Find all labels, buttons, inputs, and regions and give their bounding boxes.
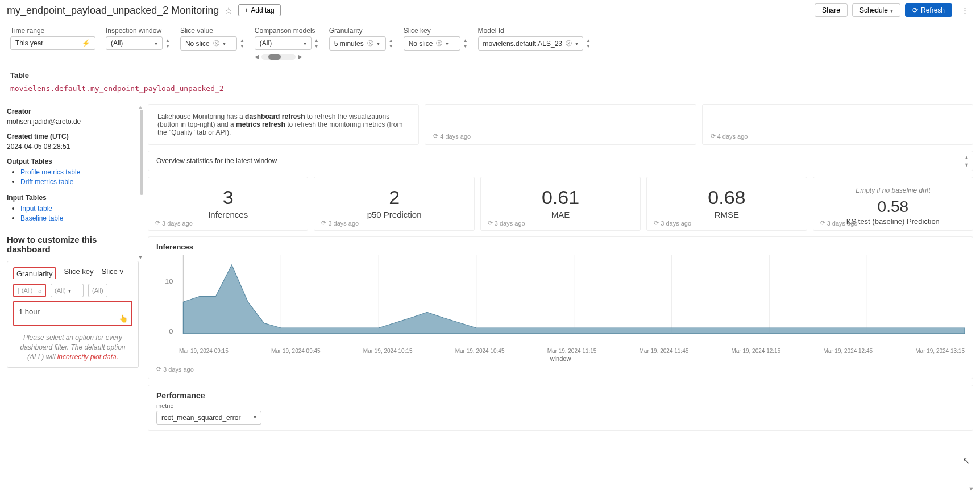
drift-metrics-link[interactable]: Drift metrics table [20,178,73,186]
model-id-value: movielens.default.ALS_23 [483,40,562,48]
x-axis-title: window [156,355,965,362]
stepper[interactable]: ▲▼ [586,38,591,49]
stepper[interactable]: ▲▼ [463,38,468,49]
refresh-icon: ⟳ [912,6,918,14]
content: Lakehouse Monitoring has a dashboard ref… [148,104,973,431]
strip-arrows[interactable]: ▲▼ [964,155,969,168]
profile-metrics-link[interactable]: Profile metrics table [20,168,80,176]
clear-icon[interactable]: ⓧ [436,39,442,48]
x-tick: Mar 19, 2024 09:15 [179,348,229,354]
y-tick-0: 0 [169,327,173,335]
note-text: Please select an option for every dashbo… [20,334,125,351]
scrub-right-icon[interactable]: ▶ [298,53,302,60]
stepper[interactable]: ▲▼ [240,38,244,49]
x-labels: Mar 19, 2024 09:15 Mar 19, 2024 09:45 Ma… [156,348,965,354]
stat-value: 0.68 [655,186,798,209]
filter-slice-key: Slice key No slice ⓧ ▾ ▲▼ [404,27,468,60]
slice-key-dd[interactable]: (All) ▾ [51,284,84,297]
add-tag-button[interactable]: + Add tag [238,4,280,16]
plus-icon: + [244,6,248,14]
filter-preview-card: Granularity Slice key Slice v |(All) ⌕ (… [7,261,139,368]
dd-option-1hour[interactable]: 1 hour 👆 [13,301,132,326]
input-tables-list: Input table Baseline table [7,204,139,222]
chevron-down-icon: ▾ [68,288,71,294]
top-actions: Share Schedule ▾ ⟳ Refresh ⋮ [815,3,973,17]
star-icon[interactable]: ☆ [225,5,232,16]
model-id-input[interactable]: movielens.default.ALS_23 ⓧ ▾ [478,36,583,51]
schedule-button[interactable]: Schedule ▾ [852,3,900,17]
creator-label: Creator [7,107,139,115]
info-b1: dashboard refresh [245,113,305,120]
stat-ts: 3 days ago [328,220,359,227]
chart-ts: 3 days ago [163,366,194,373]
baseline-table-link[interactable]: Baseline table [20,214,63,222]
stat-ts: 3 days ago [827,220,858,227]
granularity-input[interactable]: 5 minutes ⓧ ▾ [329,36,386,51]
stepper[interactable]: ▲▼ [314,38,319,49]
slice-v-dd[interactable]: (All) [88,284,107,297]
filter-time-range: Time range This year ⚡ [10,27,95,60]
chevron-down-icon: ▾ [890,7,893,14]
x-tick: Mar 19, 2024 11:15 [547,348,597,354]
filter-model-id: Model Id movielens.default.ALS_23 ⓧ ▾ ▲▼ [478,27,591,60]
time-range-input[interactable]: This year ⚡ [10,36,95,50]
pointer-cursor-icon: 👆 [119,314,128,323]
kebab-menu-icon[interactable]: ⋮ [957,4,973,17]
scrub-track[interactable] [261,54,296,60]
input-table-link[interactable]: Input table [20,205,52,213]
x-tick: Mar 19, 2024 10:15 [363,348,413,354]
comparison-models-input[interactable]: (All) ▾ [255,36,312,50]
stat-value: 0.61 [489,186,632,209]
clock-icon: ⟳ [155,219,160,227]
clear-icon[interactable]: ⓧ [213,39,219,48]
chart-area: 10 0 [156,255,965,346]
filter-slice-value: Slice value No slice ⓧ ▾ ▲▼ [180,27,244,60]
filter-label: Slice value [180,27,244,35]
chevron-down-icon: ▾ [575,40,578,47]
scrub-bar[interactable]: ◀ ▶ [255,53,319,60]
slice-value-input[interactable]: No slice ⓧ ▾ [180,36,237,51]
y-tick-10: 10 [165,278,173,285]
stat-note: Empty if no baseline drift [821,186,965,194]
table-section: Table movielens.default.my_endpoint_payl… [0,65,980,104]
area-chart-svg: 10 0 [156,255,965,346]
scrub-thumb[interactable] [268,54,281,60]
refresh-button[interactable]: ⟳ Refresh [905,3,952,17]
x-tick: Mar 19, 2024 12:15 [731,348,780,354]
scrub-left-icon[interactable]: ◀ [255,53,259,60]
filter-tabs: Granularity Slice key Slice v [13,267,132,279]
metric-label: metric [156,402,965,409]
clear-icon[interactable]: ⓧ [367,39,373,48]
note-error: incorrectly plot data. [57,353,118,361]
scrollbar-thumb[interactable] [140,110,143,195]
info-row: Lakehouse Monitoring has a dashboard ref… [148,104,973,145]
filter-label: Model Id [478,27,591,35]
stat-ts: 3 days ago [661,220,691,227]
dd-placeholder: (All) [22,287,33,294]
stat-label: RMSE [655,210,798,219]
customize-heading: How to customize this dashboard [7,235,139,254]
stepper[interactable]: ▲▼ [389,38,393,49]
x-tick: Mar 19, 2024 10:45 [455,348,505,354]
dd-placeholder: (All) [92,287,103,294]
tab-granularity[interactable]: Granularity [13,267,56,279]
slice-key-input[interactable]: No slice ⓧ ▾ [404,36,460,51]
expand-down-icon[interactable]: ▼ [138,254,143,260]
tab-slice-key[interactable]: Slice key [64,267,94,279]
share-button[interactable]: Share [815,3,848,17]
filter-inspection-window: Inspection window (All) ▾ ▲▼ [106,27,170,60]
granularity-dd[interactable]: |(All) ⌕ [13,284,46,297]
add-tag-label: Add tag [251,6,274,14]
inspection-window-input[interactable]: (All) ▾ [106,36,163,50]
clock-icon: ⟳ [433,132,438,140]
metric-dropdown[interactable]: root_mean_squared_error ▾ [156,411,261,425]
x-tick: Mar 19, 2024 09:45 [271,348,321,354]
output-tables-list: Profile metrics table Drift metrics tabl… [7,168,139,186]
stepper[interactable]: ▲▼ [165,38,170,49]
clear-icon[interactable]: ⓧ [566,39,572,48]
stat-mae: 0.61 MAE ⟳3 days ago [480,177,641,231]
tab-slice-v[interactable]: Slice v [102,267,123,279]
performance-title: Performance [156,391,965,400]
stats-row: 3 Inferences ⟳3 days ago 2 p50 Predictio… [148,177,973,231]
chart-inferences: Inferences 10 0 Mar 19, [148,236,973,379]
